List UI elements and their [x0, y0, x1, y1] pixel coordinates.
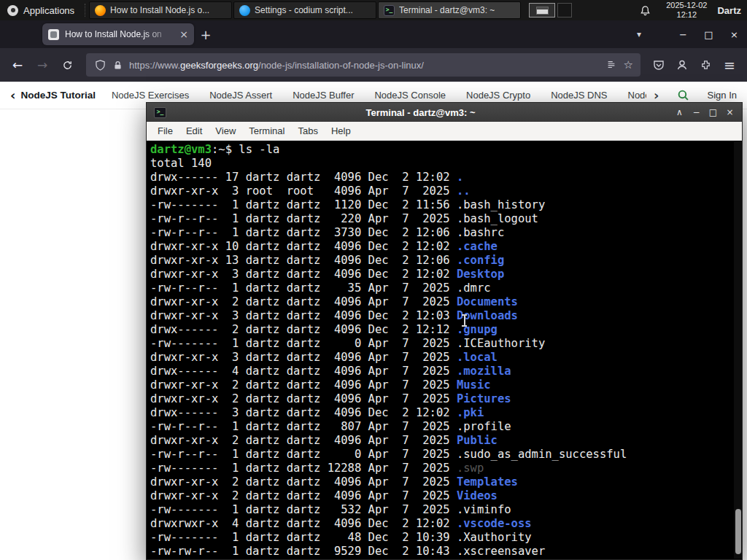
panel-status-area: 2025-12-02 12:12 Dartz: [634, 0, 747, 21]
url-protocol: https://www.: [129, 60, 180, 71]
file-name: Downloads: [457, 309, 518, 322]
nav-back-label: NodeJS Tutorial: [20, 90, 96, 101]
navigation-toolbar: ← → https://www.geeksforgeeks.org/node-j…: [0, 48, 747, 82]
menu-terminal[interactable]: Terminal: [242, 125, 291, 136]
extensions-puzzle-icon[interactable]: [694, 54, 716, 76]
list-all-tabs-icon[interactable]: ▾: [627, 29, 651, 39]
url-domain: geeksforgeeks.org: [180, 60, 258, 71]
file-name: .Xauthority: [457, 531, 532, 544]
panel-clock[interactable]: 2025-12-02 12:12: [666, 1, 707, 20]
terminal-window-icon: >_: [154, 107, 166, 118]
nav-item-buffer[interactable]: NodeJS Buffer: [293, 90, 354, 101]
taskbar-item-codium[interactable]: Settings - codium script...: [233, 1, 376, 19]
file-name: .cache: [457, 240, 498, 253]
terminal-icon: >_: [384, 5, 395, 16]
menu-file[interactable]: File: [151, 125, 179, 136]
nav-item-assert[interactable]: NodeJS Assert: [209, 90, 272, 101]
firefox-icon: [95, 5, 106, 16]
terminal-screen[interactable]: dartz@vm3:~$ ls -la total 140 drwx------…: [147, 141, 742, 559]
chevron-right-icon[interactable]: ›: [654, 89, 659, 102]
terminal-shade-button[interactable]: ∧: [671, 104, 688, 121]
file-name: .config: [457, 254, 504, 267]
menu-view[interactable]: View: [209, 125, 242, 136]
panel-username[interactable]: Dartz: [717, 5, 741, 16]
file-name: Videos: [457, 489, 498, 502]
file-name: .local: [457, 351, 498, 364]
tracking-protection-shield-icon[interactable]: [93, 54, 107, 76]
menu-edit[interactable]: Edit: [179, 125, 209, 136]
pocket-icon[interactable]: [648, 54, 670, 76]
account-icon[interactable]: [671, 54, 693, 76]
taskbar-item-browser[interactable]: How to Install Node.js o...: [89, 1, 232, 19]
file-name: Music: [457, 378, 491, 392]
terminal-minimize-button[interactable]: −: [688, 104, 705, 121]
nav-item-crypto[interactable]: NodeJS Crypto: [466, 90, 530, 101]
clock-date: 2025-12-02: [666, 1, 707, 10]
desktop-panel: Applications How to Install Node.js o...…: [0, 0, 747, 20]
bookmark-star-icon[interactable]: ☆: [624, 58, 633, 71]
codium-icon: [239, 5, 250, 16]
file-name: Templates: [457, 475, 518, 489]
workspace-1[interactable]: [529, 3, 555, 18]
file-name: .viminfo: [457, 503, 511, 516]
file-name: ..: [457, 184, 471, 198]
url-text[interactable]: https://www.geeksforgeeks.org/node-js/in…: [129, 60, 599, 71]
workspace-switcher[interactable]: [529, 3, 572, 18]
browser-minimize-button[interactable]: −: [670, 20, 696, 48]
new-tab-button[interactable]: +: [194, 23, 217, 45]
file-name: Public: [457, 434, 498, 447]
applications-label: Applications: [23, 5, 74, 16]
tab-favicon: [48, 29, 59, 40]
url-bar[interactable]: https://www.geeksforgeeks.org/node-js/in…: [86, 53, 640, 77]
file-name: .ICEauthority: [457, 337, 545, 350]
tab-title: How to Install Node.js on: [65, 29, 174, 39]
applications-menu-button[interactable]: Applications: [0, 0, 82, 20]
tab-nodejs-install[interactable]: How to Install Node.js on ×: [42, 23, 194, 45]
reload-button[interactable]: [55, 53, 79, 77]
file-name: Pictures: [457, 392, 511, 405]
nav-back-tutorial[interactable]: ‹ NodeJS Tutorial: [10, 89, 96, 102]
file-name: .gnupg: [457, 323, 498, 336]
clock-time: 12:12: [666, 10, 707, 20]
nav-item-dns[interactable]: NodeJS DNS: [551, 90, 607, 101]
nav-item-console[interactable]: NodeJS Console: [374, 90, 446, 101]
file-name: .: [457, 171, 463, 184]
prompt-user: dartz@vm3: [150, 143, 212, 156]
menu-help[interactable]: Help: [325, 125, 357, 136]
tab-close-icon[interactable]: ×: [179, 28, 188, 40]
applications-icon: [7, 5, 18, 16]
file-name: .xscreensaver: [457, 545, 545, 558]
file-name: .vscode-oss: [457, 517, 532, 530]
terminal-titlebar[interactable]: >_ Terminal - dartz@vm3: ~ ∧ − □ ×: [147, 103, 742, 122]
terminal-menubar: File Edit View Terminal Tabs Help: [147, 122, 742, 141]
nav-item-next[interactable]: Node: [628, 90, 647, 101]
chevron-left-icon: ‹: [10, 89, 15, 102]
file-name: .swp: [457, 462, 484, 475]
browser-maximize-button[interactable]: □: [696, 20, 721, 48]
forward-button[interactable]: →: [31, 53, 54, 77]
taskbar-item-title: Settings - codium script...: [255, 5, 353, 15]
sign-in-link[interactable]: Sign In: [708, 90, 737, 101]
tab-bar: How to Install Node.js on × + ▾ − □ ×: [0, 20, 747, 48]
nav-item-exercises[interactable]: NodeJS Exercises: [112, 90, 189, 101]
menu-tabs[interactable]: Tabs: [291, 125, 324, 136]
terminal-maximize-button[interactable]: □: [705, 104, 721, 121]
taskbar-item-terminal[interactable]: >_ Terminal - dartz@vm3: ~: [378, 1, 521, 19]
hamburger-menu-icon[interactable]: ≡: [718, 53, 741, 77]
back-button[interactable]: ←: [6, 53, 29, 77]
workspace-2[interactable]: [557, 3, 572, 18]
file-name: .dmrc: [457, 281, 491, 295]
lock-icon[interactable]: [112, 54, 123, 76]
notification-bell-icon[interactable]: [634, 0, 656, 21]
terminal-close-button[interactable]: ×: [721, 104, 738, 121]
url-path: /node-js/installation-of-node-js-on-linu…: [258, 60, 424, 71]
file-name: .bashrc: [457, 226, 504, 239]
terminal-scrollbar[interactable]: [734, 141, 742, 559]
file-name: .bash_logout: [457, 212, 538, 225]
reader-view-icon[interactable]: [605, 54, 618, 76]
terminal-scrollbar-thumb[interactable]: [735, 509, 741, 554]
file-name: Desktop: [457, 268, 504, 281]
browser-close-button[interactable]: ×: [721, 20, 747, 48]
file-name: .sudo_as_admin_successful: [457, 448, 627, 461]
terminal-output: dartz@vm3:~$ ls -la total 140 drwx------…: [150, 143, 733, 559]
